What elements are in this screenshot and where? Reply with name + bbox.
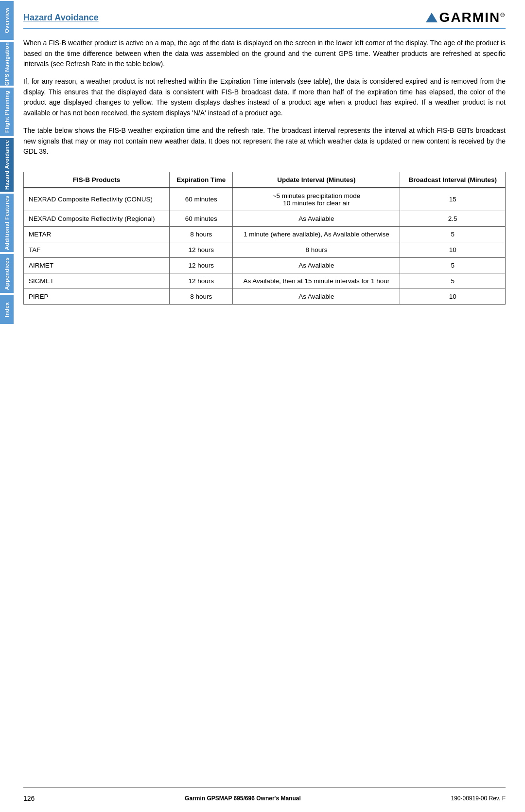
table-row: NEXRAD Composite Reflectivity (CONUS)60 …	[24, 188, 506, 211]
table-row: PIREP8 hoursAs Available10	[24, 289, 506, 304]
cell-update: 1 minute (where available), As Available…	[233, 226, 400, 242]
sidebar-item-additional-features[interactable]: Additional Features	[0, 194, 14, 252]
cell-broadcast: 2.5	[400, 211, 506, 226]
footer-page-number: 126	[23, 794, 35, 802]
cell-broadcast: 5	[400, 273, 506, 289]
col-header-expiration: Expiration Time	[170, 172, 233, 188]
table-row: SIGMET12 hoursAs Available, then at 15 m…	[24, 273, 506, 289]
cell-expiration: 12 hours	[170, 257, 233, 273]
cell-expiration: 60 minutes	[170, 211, 233, 226]
cell-expiration: 60 minutes	[170, 188, 233, 211]
main-content: Hazard Avoidance GARMIN® When a FIS-B we…	[14, 0, 525, 812]
col-header-products: FIS-B Products	[24, 172, 170, 188]
cell-update: As Available	[233, 289, 400, 304]
cell-update: As Available	[233, 257, 400, 273]
cell-product: NEXRAD Composite Reflectivity (CONUS)	[24, 188, 170, 211]
cell-update: As Available, then at 15 minute interval…	[233, 273, 400, 289]
sidebar-item-overview[interactable]: Overview	[0, 1, 14, 40]
table-row: TAF12 hours8 hours10	[24, 242, 506, 257]
cell-product: PIREP	[24, 289, 170, 304]
cell-product: SIGMET	[24, 273, 170, 289]
cell-product: TAF	[24, 242, 170, 257]
page-footer: 126 Garmin GPSMAP 695/696 Owner's Manual…	[23, 787, 506, 802]
cell-broadcast: 10	[400, 289, 506, 304]
cell-broadcast: 15	[400, 188, 506, 211]
page-header: Hazard Avoidance GARMIN®	[23, 10, 506, 29]
sidebar-item-gps-navigation[interactable]: GPS Navigation	[0, 42, 14, 86]
garmin-reg-symbol: ®	[500, 12, 506, 18]
col-header-update: Update Interval (Minutes)	[233, 172, 400, 188]
cell-product: METAR	[24, 226, 170, 242]
cell-expiration: 8 hours	[170, 289, 233, 304]
sidebar-item-appendices[interactable]: Appendices	[0, 254, 14, 293]
garmin-logo-text: GARMIN®	[439, 10, 506, 25]
garmin-triangle-icon	[426, 13, 438, 22]
cell-product: AIRMET	[24, 257, 170, 273]
cell-expiration: 8 hours	[170, 226, 233, 242]
footer-manual-title: Garmin GPSMAP 695/696 Owner's Manual	[185, 795, 301, 802]
paragraph-3: The table below shows the FIS-B weather …	[23, 126, 506, 157]
table-row: NEXRAD Composite Reflectivity (Regional)…	[24, 211, 506, 226]
col-header-broadcast: Broadcast Interval (Minutes)	[400, 172, 506, 188]
sidebar-item-index[interactable]: Index	[0, 295, 14, 324]
sidebar-item-hazard-avoidance[interactable]: Hazard Avoidance	[0, 138, 14, 192]
paragraph-1: When a FIS-B weather product is active o…	[23, 38, 506, 70]
cell-broadcast: 5	[400, 257, 506, 273]
garmin-logo: GARMIN®	[426, 10, 506, 25]
cell-broadcast: 5	[400, 226, 506, 242]
sidebar-item-flight-planning[interactable]: Flight Planning	[0, 88, 14, 136]
cell-update: As Available	[233, 211, 400, 226]
cell-expiration: 12 hours	[170, 273, 233, 289]
table-row: METAR8 hours1 minute (where available), …	[24, 226, 506, 242]
fis-b-table: FIS-B Products Expiration Time Update In…	[23, 172, 506, 305]
page-container: Overview GPS Navigation Flight Planning …	[0, 0, 525, 812]
cell-broadcast: 10	[400, 242, 506, 257]
footer-part-number: 190-00919-00 Rev. F	[451, 795, 506, 802]
paragraph-2: If, for any reason, a weather product is…	[23, 76, 506, 119]
table-header-row: FIS-B Products Expiration Time Update In…	[24, 172, 506, 188]
cell-product: NEXRAD Composite Reflectivity (Regional)	[24, 211, 170, 226]
table-row: AIRMET12 hoursAs Available5	[24, 257, 506, 273]
page-title: Hazard Avoidance	[23, 13, 99, 23]
side-tabs: Overview GPS Navigation Flight Planning …	[0, 0, 14, 812]
cell-expiration: 12 hours	[170, 242, 233, 257]
cell-update: ~5 minutes precipitation mode10 minutes …	[233, 188, 400, 211]
cell-update: 8 hours	[233, 242, 400, 257]
